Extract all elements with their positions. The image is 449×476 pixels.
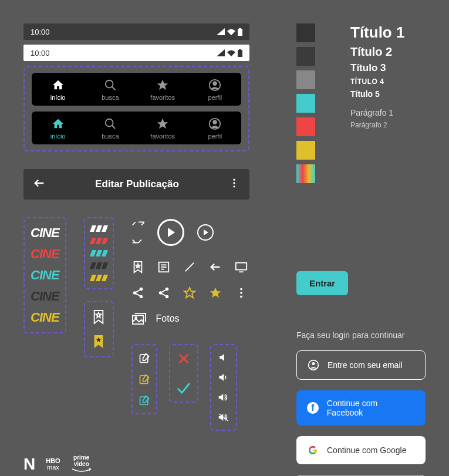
x-icon[interactable] [177, 352, 190, 365]
login-email-button[interactable]: Entre com seu email [296, 350, 426, 380]
primevideo-logo: prime video [71, 454, 92, 474]
heading-2: Título 2 [350, 45, 404, 59]
star-filled-icon[interactable] [209, 286, 222, 299]
cine-logo-red: CINE [31, 247, 59, 262]
cine-logo-teal: CINE [31, 268, 59, 283]
volume-off-icon[interactable] [217, 412, 230, 423]
nav-item-home[interactable]: início [35, 117, 82, 140]
edit-square-teal-icon[interactable] [139, 394, 150, 406]
volume-low-icon[interactable] [218, 372, 229, 383]
share-filled-icon[interactable] [131, 286, 144, 299]
star-outline-icon[interactable] [183, 286, 196, 299]
cine-logo-yellow: CINE [31, 310, 59, 325]
color-swatch-red [296, 117, 315, 136]
more-vert-icon[interactable] [228, 177, 240, 191]
check-icon[interactable] [176, 382, 191, 394]
svg-point-28 [240, 292, 242, 294]
cine-logo-dark: CINE [31, 289, 59, 304]
more-vert-icon[interactable] [235, 286, 248, 299]
status-time: 10:00 [31, 28, 50, 36]
bookmark-star-icon[interactable] [131, 261, 144, 274]
nav-item-profile[interactable]: perfil [191, 117, 238, 140]
nav-label: perfil [208, 94, 222, 101]
svg-rect-19 [235, 263, 246, 270]
play-small-icon[interactable] [197, 224, 214, 241]
share-small-icon[interactable] [157, 286, 170, 299]
nav-item-favorites[interactable]: favoritos [139, 117, 186, 140]
photos-icon[interactable] [131, 312, 147, 325]
svg-rect-2 [238, 50, 242, 57]
streaming-logos: N HBO max prime video [23, 454, 249, 474]
svg-line-9 [112, 126, 116, 129]
login-email-label: Entre com seu email [328, 360, 403, 370]
nav-item-home[interactable]: início [35, 79, 82, 101]
enter-button[interactable]: Entrar [296, 271, 348, 295]
slash-variants [84, 217, 114, 289]
nav-item-favorites[interactable]: favoritos [139, 79, 186, 101]
svg-point-12 [233, 179, 235, 181]
nav-label: início [50, 94, 66, 101]
back-icon[interactable] [33, 177, 46, 192]
monitor-icon[interactable] [235, 261, 248, 274]
status-icons [217, 28, 242, 36]
nav-bar-teal-active: início busca favoritos perfil [32, 112, 241, 144]
nav-label: favoritos [150, 94, 175, 101]
typography-scale: Título 1 Título 2 Título 3 TÍTULO 4 Títu… [350, 23, 404, 129]
svg-point-37 [312, 362, 315, 365]
login-google-button[interactable]: Continue com Google [296, 436, 426, 464]
nav-bar-white-active: início busca favoritos perfil [32, 73, 241, 106]
google-icon [307, 444, 319, 456]
edit-pen-icon[interactable] [183, 261, 196, 274]
nav-item-search[interactable]: busca [87, 79, 134, 101]
svg-point-14 [233, 185, 235, 187]
login-prompt: Faça seu login para continuar [296, 330, 426, 340]
nav-variants-group: início busca favoritos perfil [23, 66, 249, 151]
check-x-variants [169, 344, 198, 403]
photos-label: Fotos [156, 313, 180, 324]
svg-point-24 [165, 288, 168, 291]
heading-5: Título 5 [350, 89, 404, 99]
volume-mute-icon[interactable] [218, 352, 229, 363]
svg-rect-1 [239, 28, 241, 29]
svg-point-23 [139, 295, 143, 299]
paragraph-1: Parágrafo 1 [350, 108, 404, 117]
status-icons [217, 49, 242, 57]
chevron-right-up-icon [131, 217, 144, 230]
arrow-left-icon[interactable] [209, 261, 222, 274]
cine-logo-variants: CINE CINE CINE CINE CINE [23, 217, 66, 333]
edit-icon-variants [131, 344, 157, 414]
color-swatch-dark1 [296, 23, 315, 42]
nav-label: busca [102, 133, 119, 140]
heading-4: TÍTULO 4 [350, 77, 404, 86]
nav-item-profile[interactable]: perfil [191, 79, 238, 101]
cine-logo-white: CINE [31, 225, 59, 241]
svg-point-26 [165, 295, 168, 299]
edit-square-yellow-icon[interactable] [139, 373, 150, 385]
user-icon [308, 359, 319, 371]
svg-point-25 [158, 291, 162, 295]
chevron-down-left-icon [131, 235, 144, 248]
edit-square-white-icon[interactable] [139, 352, 150, 364]
svg-point-7 [214, 82, 217, 86]
play-large-icon[interactable] [157, 219, 184, 246]
hbomax-logo: HBO max [46, 458, 60, 471]
svg-point-8 [106, 119, 113, 127]
nav-item-search[interactable]: busca [87, 117, 134, 140]
svg-point-11 [214, 121, 217, 124]
nav-label: início [50, 133, 66, 140]
netflix-logo: N [23, 455, 35, 474]
status-bar-light: 10:00 [23, 45, 249, 61]
heading-3: Título 3 [350, 62, 404, 74]
svg-point-21 [139, 288, 143, 291]
icon-gallery: Fotos [131, 217, 248, 431]
facebook-icon: f [307, 402, 319, 414]
login-facebook-button[interactable]: f Continue com Facebook [296, 390, 426, 426]
status-time: 10:00 [31, 49, 50, 58]
color-palette [296, 23, 315, 183]
color-swatch-dark2 [296, 47, 315, 66]
svg-point-22 [133, 291, 136, 295]
svg-rect-3 [239, 49, 241, 50]
newspaper-icon[interactable] [157, 261, 170, 274]
page-header: Editar Publicação [23, 169, 249, 200]
volume-high-icon[interactable] [217, 392, 230, 403]
